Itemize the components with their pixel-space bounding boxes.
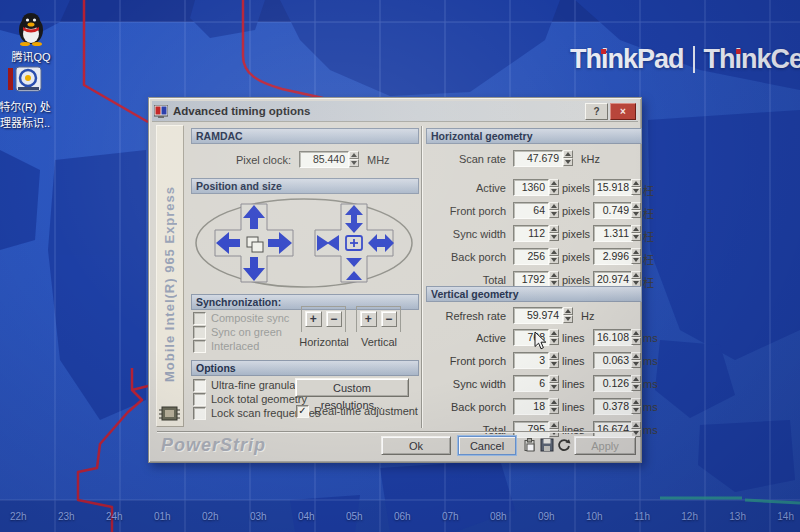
desktop-icon-qq[interactable]: 腾讯QQ [2,10,60,64]
refresh-rate-spinner[interactable] [563,307,573,323]
spin-down-icon[interactable] [349,159,359,167]
spinner[interactable] [631,398,641,414]
brand-thinkcentre: ThinkCentre [704,44,800,75]
vertical-plus-button[interactable]: + [360,311,377,327]
spinner[interactable] [549,421,559,437]
vertical-group-label: Vertical [354,336,404,348]
checkbox-label: Interlaced [211,340,259,352]
scan-rate-spinner[interactable] [563,150,573,166]
refresh-icon[interactable] [557,438,571,452]
checkbox-composite-sync[interactable]: Composite sync [193,312,289,324]
checkbox-box[interactable] [193,326,206,339]
spinner[interactable] [631,352,641,368]
spinner[interactable] [549,352,559,368]
spinner[interactable] [549,248,559,264]
spinner[interactable] [549,271,559,287]
horizontal-minus-button[interactable]: − [326,311,343,327]
v-back-porch-time-input[interactable]: 0.378 [593,398,633,415]
h-row-label: Front porch [426,205,506,217]
refresh-rate-input[interactable]: 59.974 [513,307,563,324]
desktop-icon-label: 特尔(R) 处 [0,98,58,114]
v-back-porch-input[interactable]: 18 [513,398,549,415]
spinner[interactable] [631,329,641,345]
v-row-unit: lines [562,401,585,413]
checkbox-box[interactable] [193,312,206,325]
v-total-input[interactable]: 795 [513,421,549,438]
h-front-porch-input[interactable]: 64 [513,202,549,219]
h-sync-width-input[interactable]: 112 [513,225,549,242]
spin-down-icon[interactable] [563,158,573,166]
desktop-icon-label: 腾讯QQ [11,51,50,63]
scan-rate-input[interactable]: 47.679 [513,150,563,167]
checkbox-interlaced[interactable]: Interlaced [193,340,259,352]
spinner[interactable] [631,248,641,264]
horizontal-plus-button[interactable]: + [305,311,322,327]
h-front-porch-time-input[interactable]: 0.749 [593,202,633,219]
h-sync-width-time-input[interactable]: 1.311 [593,225,633,242]
refresh-rate-unit: Hz [581,310,594,322]
v-row-unit2: ms [643,332,658,344]
spinner[interactable] [631,202,641,218]
v-front-porch-input[interactable]: 3 [513,352,549,369]
cancel-button[interactable]: Cancel [458,436,516,455]
ok-button[interactable]: Ok [381,436,451,455]
spinner[interactable] [631,421,641,437]
spinner[interactable] [549,398,559,414]
brand-thinkpad: ThinkPad [570,44,684,75]
v-active-time-input[interactable]: 16.108 [593,329,633,346]
spinner[interactable] [549,225,559,241]
spinner[interactable] [549,202,559,218]
v-row-unit2: ms [643,355,658,367]
chipset-side-banner: Mobile Intel(R) 965 Express [156,125,184,427]
spinner[interactable] [549,329,559,345]
desktop-icon-intel-utility[interactable]: 特尔(R) 处 理器标识.. [0,66,58,130]
h-active-time-input[interactable]: 15.918 [593,179,633,196]
checkbox-box-checked[interactable]: ✓ [296,405,309,418]
spinner[interactable] [631,225,641,241]
vertical-minus-button[interactable]: − [381,311,398,327]
checkbox-real-time-adjustment[interactable]: ✓ Real-time adjustment [296,405,418,417]
checkbox-box[interactable] [193,407,206,420]
apply-button[interactable]: Apply [574,436,636,455]
spinner[interactable] [549,179,559,195]
wallpaper-timezone-labels: 22h 23h 24h 01h 02h 03h 04h 05h 06h 07h … [10,511,794,522]
checkbox-lock-total-geometry[interactable]: Lock total geometry [193,393,307,405]
position-size-control-pad[interactable] [191,196,417,290]
h-back-porch-time-input[interactable]: 2.996 [593,248,633,265]
checkbox-box[interactable] [193,393,206,406]
close-button[interactable]: × [610,103,636,120]
h-row-unit2: 枉 [643,274,654,290]
help-button[interactable]: ? [585,103,608,120]
save-timings-icon[interactable] [540,438,554,452]
section-header-options: Options [191,360,419,376]
spin-down-icon[interactable] [563,315,573,323]
v-front-porch-time-input[interactable]: 0.063 [593,352,633,369]
paste-timings-icon[interactable] [523,438,537,452]
dialog-titlebar[interactable]: Advanced timing options ? × [152,101,638,122]
h-active-input[interactable]: 1360 [513,179,549,196]
spin-up-icon[interactable] [563,307,573,315]
spin-up-icon[interactable] [349,151,359,159]
h-row-unit: pixels [562,182,590,194]
spinner[interactable] [631,375,641,391]
v-sync-width-time-input[interactable]: 0.126 [593,375,633,392]
spinner[interactable] [549,375,559,391]
spinner[interactable] [631,179,641,195]
checkbox-box[interactable] [193,340,206,353]
spinner[interactable] [631,271,641,287]
h-back-porch-input[interactable]: 256 [513,248,549,265]
checkbox-label: Real-time adjustment [314,405,418,417]
checkbox-label: Sync on green [211,326,282,338]
checkbox-ultra-fine-granularity[interactable]: Ultra-fine granularity [193,379,310,391]
pixel-clock-spinner[interactable] [349,151,359,167]
v-row-label: Total [426,424,506,436]
spin-up-icon[interactable] [563,150,573,158]
pixel-clock-input[interactable]: 85.440 [299,151,349,168]
pixel-clock-unit: MHz [367,154,390,166]
timezone-label: 04h [298,511,315,522]
h-row-unit: pixels [562,228,590,240]
checkbox-sync-on-green[interactable]: Sync on green [193,326,282,338]
checkbox-box[interactable] [193,379,206,392]
v-sync-width-input[interactable]: 6 [513,375,549,392]
custom-resolutions-button[interactable]: Custom resolutions... [295,378,409,397]
